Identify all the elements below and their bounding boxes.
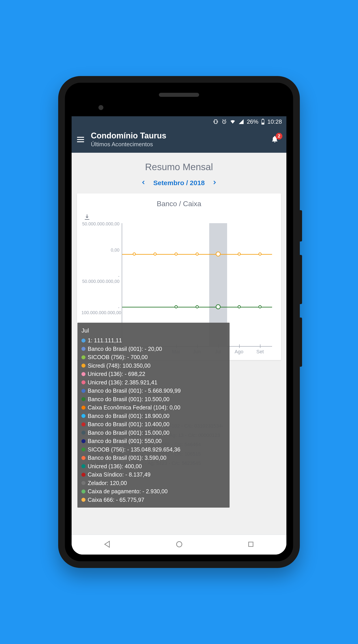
bell-icon bbox=[271, 140, 279, 144]
next-month-button[interactable] bbox=[211, 179, 218, 186]
battery-percent: 26% bbox=[247, 118, 258, 125]
battery-icon bbox=[261, 119, 265, 124]
app-title: Condomínio Taurus bbox=[91, 131, 264, 140]
y-tick: - 100.000.000.000,00 bbox=[82, 305, 120, 315]
notification-badge: 2 bbox=[276, 133, 282, 140]
series-color-dot bbox=[82, 380, 86, 384]
menu-icon[interactable] bbox=[77, 137, 84, 142]
tooltip-row-text: Banco do Brasil (001): - 20,00 bbox=[88, 345, 162, 353]
tooltip-row-text: Banco do Brasil (001): 18.900,00 bbox=[88, 412, 170, 420]
tooltip-row: Unicred (136): 400,00 bbox=[82, 462, 226, 471]
tooltip-row-text: 1: 111.111,11 bbox=[88, 336, 122, 345]
signal-icon bbox=[238, 119, 244, 124]
tooltip-row: Caixa de pagamento: - 2.930,00 bbox=[82, 487, 226, 496]
series-color-dot bbox=[82, 364, 86, 368]
series-color-dot bbox=[82, 439, 86, 443]
tooltip-row: Caixa 666: - 65.775,97 bbox=[82, 496, 226, 504]
tooltip-row: Banco do Brasil (001): 10.500,00 bbox=[82, 395, 226, 404]
tooltip-row: Zelador: 120,00 bbox=[82, 479, 226, 488]
tooltip-row: SICOOB (756): - 135.048.929.654,36 bbox=[82, 446, 226, 454]
tooltip-row: Banco do Brasil (001): 550,00 bbox=[82, 437, 226, 446]
tooltip-row: Unicred (136): - 698,22 bbox=[82, 370, 226, 378]
tooltip-row: SICOOB (756): - 700,00 bbox=[82, 353, 226, 362]
back-button[interactable] bbox=[103, 540, 111, 549]
tooltip-row-text: Caixa Síndico: - 8.137,49 bbox=[88, 470, 151, 479]
download-icon[interactable] bbox=[84, 214, 90, 221]
y-tick: 50.000.000.000,00 bbox=[82, 222, 120, 226]
phone-camera bbox=[99, 105, 103, 110]
y-tick: 0,00 bbox=[82, 248, 120, 253]
series-color-dot bbox=[82, 338, 86, 342]
content: Resumo Mensal Setembro / 2018 Banco / Ca… bbox=[72, 153, 286, 534]
status-bar: 26% 10:28 bbox=[72, 116, 286, 127]
tooltip-title: Jul bbox=[82, 326, 226, 335]
tooltip-row-text: Caixa 666: - 65.775,97 bbox=[88, 496, 144, 504]
series-color-dot bbox=[82, 431, 86, 435]
tooltip-row-text: Sicredi (748): 100.350,00 bbox=[88, 362, 151, 370]
tooltip-row-text: SICOOB (756): - 135.048.929.654,36 bbox=[88, 446, 180, 454]
tooltip-row-text: Banco do Brasil (001): 3.590,00 bbox=[88, 454, 166, 462]
phone-speaker bbox=[159, 93, 199, 97]
phone-volume-up bbox=[300, 255, 302, 304]
series-color-dot bbox=[82, 473, 86, 477]
svg-point-5 bbox=[177, 542, 182, 547]
app-title-block: Condomínio Taurus Últimos Acontecimentos bbox=[91, 131, 264, 148]
alarm-icon bbox=[221, 119, 227, 124]
series-color-dot bbox=[82, 456, 86, 460]
vibrate-icon bbox=[213, 119, 219, 124]
svg-rect-0 bbox=[214, 120, 217, 124]
tooltip-row: Caixa Síndico: - 8.137,49 bbox=[82, 470, 226, 479]
tooltip-row: Sicredi (748): 100.350,00 bbox=[82, 362, 226, 370]
series-color-dot bbox=[82, 389, 86, 393]
clock: 10:28 bbox=[267, 118, 282, 125]
app-bar: Condomínio Taurus Últimos Acontecimentos… bbox=[72, 127, 286, 153]
tooltip-row: Banco do Brasil (001): 18.900,00 bbox=[82, 412, 226, 420]
svg-rect-3 bbox=[262, 119, 263, 120]
tooltip-row-text: Banco do Brasil (001): 15.000,00 bbox=[88, 429, 170, 437]
series-color-dot bbox=[82, 397, 86, 401]
svg-rect-4 bbox=[262, 123, 264, 124]
recents-button[interactable] bbox=[247, 540, 255, 549]
x-tick: Set bbox=[256, 349, 264, 355]
series-color-dot bbox=[82, 422, 86, 426]
notifications-button[interactable]: 2 bbox=[271, 135, 281, 144]
phone-volume-down bbox=[300, 318, 302, 367]
tooltip-row: 1: 111.111,11 bbox=[82, 336, 226, 345]
series-color-dot bbox=[82, 406, 86, 410]
tooltip-row: Caixa Econômica Federal (104): 0,00 bbox=[82, 404, 226, 412]
android-nav-bar bbox=[72, 534, 286, 554]
phone-bezel: 26% 10:28 Condomínio Taurus Últimos Acon… bbox=[65, 83, 293, 561]
series-color-dot bbox=[82, 448, 86, 452]
tooltip-row-text: Unicred (136): 2.385.921,41 bbox=[88, 378, 157, 387]
tooltip-row-text: Zelador: 120,00 bbox=[88, 479, 127, 488]
prev-month-button[interactable] bbox=[140, 179, 147, 186]
month-nav: Setembro / 2018 bbox=[72, 177, 286, 194]
month-label[interactable]: Setembro / 2018 bbox=[153, 179, 205, 187]
home-button[interactable] bbox=[175, 540, 183, 549]
tooltip-row: Banco do Brasil (001): 10.400,00 bbox=[82, 420, 226, 429]
series-color-dot bbox=[82, 347, 86, 351]
series-color-dot bbox=[82, 355, 86, 359]
tooltip-row-text: Banco do Brasil (001): - 5.668.909,99 bbox=[88, 386, 181, 395]
tooltip-row-text: Banco do Brasil (001): 10.400,00 bbox=[88, 420, 170, 429]
series-color-dot bbox=[82, 481, 86, 485]
series-color-dot bbox=[82, 490, 86, 494]
svg-rect-6 bbox=[249, 542, 253, 546]
page-title: Resumo Mensal bbox=[72, 153, 286, 177]
tooltip-row-text: Banco do Brasil (001): 10.500,00 bbox=[88, 395, 170, 404]
series-color-dot bbox=[82, 464, 86, 468]
tooltip-row-text: Unicred (136): - 698,22 bbox=[88, 370, 145, 378]
chart-tooltip: Jul 1: 111.111,11Banco do Brasil (001): … bbox=[77, 323, 230, 508]
series-color-dot bbox=[82, 372, 86, 376]
screen: 26% 10:28 Condomínio Taurus Últimos Acon… bbox=[72, 116, 286, 554]
phone-power-button bbox=[300, 210, 302, 242]
tooltip-row-text: Banco do Brasil (001): 550,00 bbox=[88, 437, 162, 446]
tooltip-row: Banco do Brasil (001): 15.000,00 bbox=[82, 429, 226, 437]
y-tick: - 50.000.000.000,00 bbox=[82, 274, 120, 284]
tooltip-row: Banco do Brasil (001): - 20,00 bbox=[82, 345, 226, 353]
wifi-icon bbox=[230, 119, 236, 124]
tooltip-row-text: Unicred (136): 400,00 bbox=[88, 462, 142, 471]
tooltip-row-text: Caixa de pagamento: - 2.930,00 bbox=[88, 487, 168, 496]
tooltip-row-text: SICOOB (756): - 700,00 bbox=[88, 353, 148, 362]
series-color-dot bbox=[82, 498, 86, 502]
